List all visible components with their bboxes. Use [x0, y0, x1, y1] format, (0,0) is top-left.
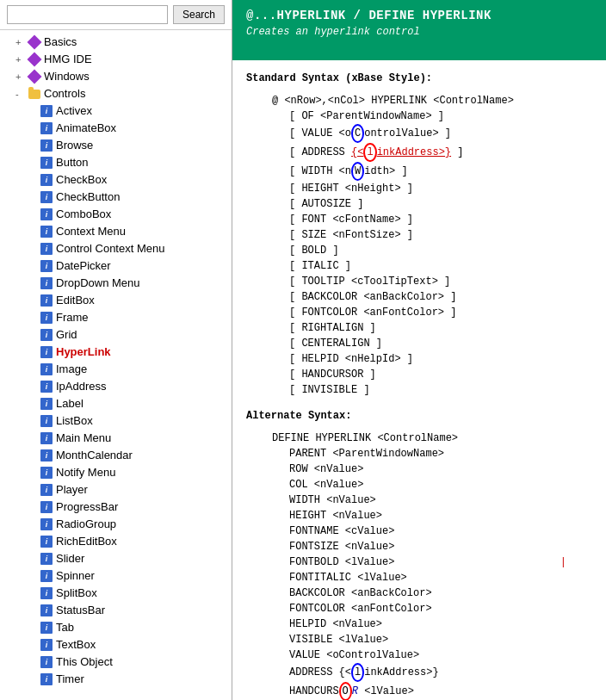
sidebar-item-dropdown-menu[interactable]: i DropDown Menu [0, 275, 232, 292]
sidebar-item-label: IpAddress [56, 379, 107, 394]
expand-icon: + [15, 34, 28, 50]
code-line: FONTNAME <cValue> [246, 523, 592, 539]
i-icon: i [40, 345, 53, 359]
sidebar-item-windows[interactable]: + Windows [0, 68, 232, 85]
i-icon: i [40, 208, 53, 221]
sidebar-item-label: Control Context Menu [56, 241, 164, 257]
sidebar-item-label: Browse [56, 138, 93, 153]
header-box: @...HYPERLINK / DEFINE HYPERLINK Creates… [232, 0, 606, 60]
code-line: FONTCOLOR <anFontColor> [246, 601, 592, 616]
sidebar-item-frame[interactable]: i Frame [0, 309, 232, 326]
sidebar-item-image[interactable]: i Image [0, 361, 232, 378]
sidebar-item-label: DropDown Menu [56, 276, 140, 291]
sidebar-item-slider[interactable]: i Slider [0, 550, 232, 567]
sidebar-item-controls[interactable]: - Controls [0, 85, 232, 102]
i-icon: i [40, 621, 53, 635]
sidebar-item-grid[interactable]: i Grid [0, 326, 232, 344]
i-icon: i [40, 311, 53, 325]
sidebar-item-label: Windows [44, 69, 90, 84]
sidebar-item-splitbox[interactable]: i SplitBox [0, 585, 232, 602]
sidebar-item-main-menu[interactable]: i Main Menu [0, 430, 232, 447]
sidebar-item-timer[interactable]: i Timer [0, 671, 232, 688]
i-icon: i [40, 259, 53, 273]
sidebar-item-tab[interactable]: i Tab [0, 619, 232, 636]
code-line: PARENT <ParentWindowName> [246, 446, 592, 462]
standard-syntax-title: Standard Syntax (xBase Style): [246, 71, 592, 86]
sidebar-item-notify-menu[interactable]: i Notify Menu [0, 464, 232, 481]
sidebar-item-spinner[interactable]: i Spinner [0, 567, 232, 585]
i-icon: i [40, 655, 53, 669]
expand-icon: - [15, 86, 28, 102]
sidebar-item-label: Spinner [56, 568, 95, 584]
sidebar-item-label: Image [56, 362, 87, 377]
sidebar-item-progressbar[interactable]: i ProgressBar [0, 499, 232, 516]
code-line: ADDRESS {<linkAddress>} [246, 663, 592, 682]
sidebar-item-browse[interactable]: i Browse [0, 137, 232, 154]
i-icon: i [40, 104, 53, 118]
sidebar-item-button[interactable]: i Button [0, 154, 232, 171]
sidebar-item-label: Label [56, 396, 83, 412]
sidebar-item-activex[interactable]: i Activex [0, 102, 232, 120]
sidebar-item-richeditbox[interactable]: i RichEditBox [0, 533, 232, 550]
sidebar-item-label: AnimateBox [56, 121, 116, 136]
code-line: [ AUTOSIZE ] [246, 196, 592, 212]
sidebar-item-listbox[interactable]: i ListBox [0, 412, 232, 430]
i-icon: i [40, 294, 53, 307]
standard-syntax-block: @ <nRow>,<nCol> HYPERLINK <ControlName> … [246, 93, 592, 398]
sidebar-item-monthcalendar[interactable]: i MonthCalendar [0, 447, 232, 464]
sidebar-item-label[interactable]: i Label [0, 395, 232, 412]
sidebar-item-this-object[interactable]: i This Object [0, 654, 232, 671]
sidebar-item-label: Frame [56, 310, 89, 325]
sidebar-item-basics[interactable]: + Basics [0, 34, 232, 51]
sidebar-item-combobox[interactable]: i ComboBox [0, 206, 232, 223]
sidebar-item-label: CheckBox [56, 172, 107, 188]
sidebar-item-label: Grid [56, 327, 77, 343]
sidebar-item-animatebox[interactable]: i AnimateBox [0, 120, 232, 137]
sidebar-item-hyperlink[interactable]: i HyperLink [0, 344, 232, 361]
sidebar-item-editbox[interactable]: i EditBox [0, 292, 232, 309]
i-icon: i [40, 569, 53, 583]
diamond-icon [28, 70, 41, 84]
code-line: HANDCURSOR <lValue> [246, 682, 592, 700]
i-icon: i [40, 638, 53, 652]
code-line: [ TOOLTIP <cToolTipText> ] [246, 274, 592, 289]
i-icon: i [40, 362, 53, 376]
i-icon: i [40, 586, 53, 600]
sidebar-item-label: DatePicker [56, 258, 111, 274]
code-line: [ ADDRESS {<linkAddress>} ] [246, 143, 592, 162]
sidebar-item-player[interactable]: i Player [0, 481, 232, 499]
code-line: FONTITALIC <lValue> [246, 570, 592, 585]
sidebar-item-context-menu[interactable]: i Context Menu [0, 223, 232, 240]
sidebar-item-label: This Object [56, 654, 113, 670]
sidebar-item-textbox[interactable]: i TextBox [0, 636, 232, 654]
sidebar-item-control-context-menu[interactable]: i Control Context Menu [0, 240, 232, 257]
sidebar-item-label: RichEditBox [56, 534, 117, 549]
code-line: [ ITALIC ] [246, 258, 592, 274]
sidebar-item-label: StatusBar [56, 603, 105, 618]
content-area[interactable]: Standard Syntax (xBase Style): @ <nRow>,… [232, 60, 606, 700]
sidebar-item-label: TextBox [56, 637, 96, 653]
code-line: [ OF <ParentWindowName> ] [246, 108, 592, 124]
sidebar-item-hmg-ide[interactable]: + HMG IDE [0, 51, 232, 68]
code-line: [ BOLD ] [246, 243, 592, 258]
i-icon: i [40, 449, 53, 462]
sidebar-item-datepicker[interactable]: i DatePicker [0, 257, 232, 275]
sidebar-item-statusbar[interactable]: i StatusBar [0, 602, 232, 619]
tree-container: + Basics + HMG IDE + Windows - Controls … [0, 30, 232, 700]
code-line: [ FONTCOLOR <anFontColor> ] [246, 305, 592, 320]
sidebar-item-radiogroup[interactable]: i RadioGroup [0, 516, 232, 533]
i-icon: i [40, 276, 53, 290]
sidebar-item-label: MonthCalendar [56, 448, 133, 463]
sidebar-item-label: ProgressBar [56, 499, 118, 515]
search-input[interactable] [7, 5, 168, 24]
sidebar-item-label: Player [56, 482, 88, 498]
sidebar-item-checkbutton[interactable]: i CheckButton [0, 189, 232, 206]
code-line: [ INVISIBLE ] [246, 382, 592, 398]
search-button[interactable]: Search [173, 5, 225, 24]
i-icon: i [40, 190, 53, 204]
sidebar-item-ipaddress[interactable]: i IpAddress [0, 378, 232, 395]
diamond-icon [28, 53, 41, 66]
code-line: HELPID <nValue> [246, 616, 592, 632]
header-subtitle: Creates an hyperlink control [246, 26, 592, 38]
sidebar-item-checkbox[interactable]: i CheckBox [0, 171, 232, 189]
